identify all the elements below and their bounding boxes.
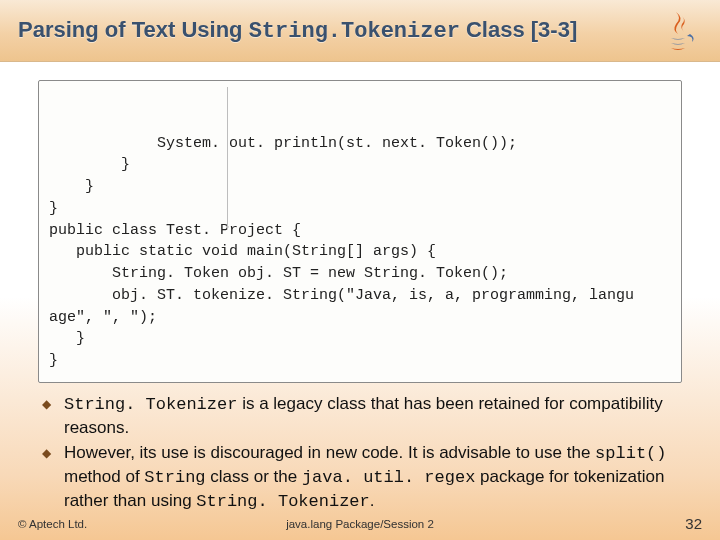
code-line: }	[49, 200, 58, 217]
bullet-plain: method of	[64, 467, 144, 486]
bullet-mono: split()	[595, 444, 666, 463]
bullet-mono: String. Tokenizer	[196, 492, 369, 511]
title-post: Class [3-3]	[460, 17, 577, 42]
code-line: }	[49, 178, 94, 195]
code-line: String. Token obj. ST = new String. Toke…	[49, 265, 508, 282]
slide-number: 32	[685, 515, 702, 532]
code-line: public class Test. Project {	[49, 222, 301, 239]
list-item: ◆ String. Tokenizer is a legacy class th…	[42, 393, 678, 440]
title-mono: String.Tokenizer	[249, 19, 460, 44]
footer-title: java.lang Package/Session 2	[286, 518, 434, 530]
title-bar: Parsing of Text Using String.Tokenizer C…	[0, 0, 720, 62]
code-line: System. out. println(st. next. Token());	[49, 135, 517, 152]
bullet-list: ◆ String. Tokenizer is a legacy class th…	[42, 393, 678, 514]
bullet-icon: ◆	[42, 442, 64, 460]
code-line: }	[49, 156, 130, 173]
bullet-text: String. Tokenizer is a legacy class that…	[64, 393, 678, 440]
list-item: ◆ However, its use is discouraged in new…	[42, 442, 678, 514]
bullet-mono: String. Tokenizer	[64, 395, 237, 414]
code-divider	[227, 87, 228, 229]
code-line: age", ", ");	[49, 309, 157, 326]
code-line: }	[49, 330, 85, 347]
slide-title: Parsing of Text Using String.Tokenizer C…	[18, 17, 577, 44]
bullet-plain: However, its use is discouraged in new c…	[64, 443, 595, 462]
slide-footer: © Aptech Ltd. java.lang Package/Session …	[0, 515, 720, 532]
code-line: public static void main(String[] args) {	[49, 243, 436, 260]
java-logo-icon	[654, 6, 702, 54]
code-snippet: System. out. println(st. next. Token());…	[38, 80, 682, 383]
bullet-icon: ◆	[42, 393, 64, 411]
bullet-mono: java. util. regex	[302, 468, 475, 487]
bullet-plain: class or the	[206, 467, 302, 486]
code-line: }	[49, 352, 58, 369]
bullet-text: However, its use is discouraged in new c…	[64, 442, 678, 514]
footer-copyright: © Aptech Ltd.	[18, 518, 87, 530]
bullet-plain: .	[370, 491, 375, 510]
code-line: obj. ST. tokenize. String("Java, is, a, …	[49, 287, 634, 304]
bullet-mono: String	[144, 468, 205, 487]
title-pre: Parsing of Text Using	[18, 17, 249, 42]
